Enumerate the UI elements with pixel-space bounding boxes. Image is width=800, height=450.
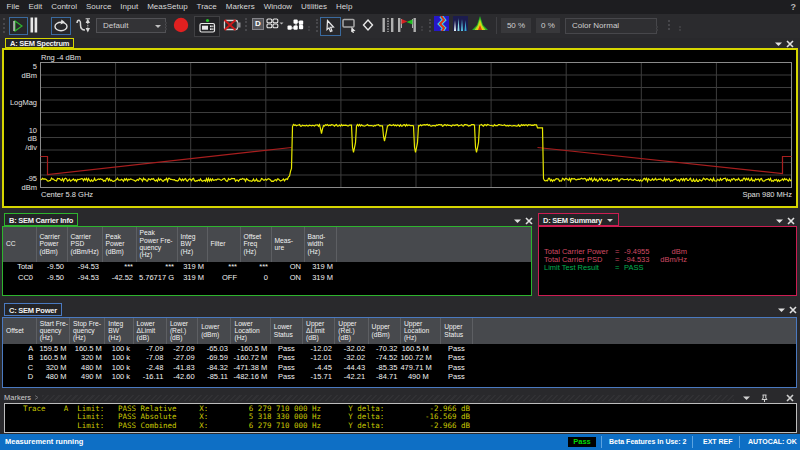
column-header[interactable]: Upper ΔLimit (dB) <box>303 318 335 344</box>
column-header[interactable]: CC <box>3 227 36 262</box>
record-button[interactable] <box>173 17 189 37</box>
table-row[interactable]: B160.5 M320 M100 k-7.08-27.09-69.59-160.… <box>3 353 796 363</box>
summary-window-tab[interactable]: D: SEM Summary <box>538 213 619 226</box>
single-sweep-button[interactable] <box>74 17 94 38</box>
spectrum-plot-area[interactable]: Rng -4 dBm 5 dBm LogMag 10 dB /div -95 d… <box>2 48 798 209</box>
column-header[interactable]: Carrier PSD (dBm/Hz) <box>67 227 102 262</box>
column-header[interactable]: Lower (dBm) <box>198 318 231 344</box>
markers-panel-titlebar[interactable]: Markers <box>0 392 800 402</box>
select-cursor-button[interactable] <box>320 17 341 36</box>
column-header[interactable] <box>472 318 796 344</box>
chevron-down-icon[interactable] <box>742 395 751 401</box>
menu-file[interactable]: File <box>2 0 24 14</box>
pin-icon[interactable] <box>761 394 768 402</box>
spectrogram-button[interactable] <box>434 16 449 35</box>
y-axis-top-label: 5 <box>4 63 37 71</box>
close-icon[interactable] <box>787 217 795 225</box>
menu-edit[interactable]: Edit <box>24 0 47 14</box>
spectrum-window-tab[interactable]: A: SEM Spectrum <box>5 38 74 49</box>
menu-help[interactable]: Help <box>331 0 356 14</box>
column-header[interactable]: Filter <box>207 227 240 262</box>
close-icon[interactable] <box>525 217 533 225</box>
column-header[interactable]: Stop Fre- quency (Hz) <box>70 318 105 344</box>
status-autocal[interactable]: AUTOCAL: OK <box>748 434 797 450</box>
center-frequency-label: Center 5.8 GHz <box>41 191 93 199</box>
digital-demod-icon[interactable]: D <box>252 18 264 30</box>
color-dropdown[interactable]: Color Normal <box>565 18 657 34</box>
cell: -9.50 <box>36 262 67 273</box>
history-percent-field[interactable]: 50 % <box>501 18 531 33</box>
table-row[interactable]: D480 M490 M100 k-16.11-42.60-85.11-482.1… <box>3 372 796 382</box>
help-icon[interactable]: ? <box>791 0 797 14</box>
close-icon[interactable] <box>789 306 797 314</box>
pause-button[interactable] <box>30 17 38 37</box>
chevron-down-icon[interactable] <box>777 307 786 313</box>
restart-icon <box>10 18 27 34</box>
zoom-select-button[interactable] <box>342 18 358 37</box>
column-header[interactable]: Upper Status <box>441 318 472 344</box>
cell: ON <box>271 262 304 273</box>
player-stop-button[interactable] <box>222 17 242 37</box>
cell <box>472 353 796 363</box>
band-power-button[interactable] <box>381 17 395 37</box>
column-header[interactable]: Meas- ure <box>271 227 304 262</box>
close-icon[interactable] <box>786 394 794 402</box>
cell: *** <box>136 262 177 273</box>
table-row[interactable]: A159.5 M160.5 M100 k-7.09-27.09-65.03-16… <box>3 344 796 354</box>
menu-window[interactable]: Window <box>259 0 296 14</box>
chevron-down-icon[interactable] <box>513 218 522 224</box>
column-header[interactable] <box>336 227 531 262</box>
band-marker-button[interactable] <box>397 17 417 37</box>
status-beta-features[interactable]: Beta Features In Use: 2 <box>609 434 686 450</box>
close-icon[interactable] <box>786 40 794 48</box>
record-icon <box>173 17 189 33</box>
column-header[interactable]: Carrier Power (dBm) <box>36 227 67 262</box>
restart-button[interactable] <box>9 17 28 35</box>
table-row[interactable]: Total-9.50-94.53******319 M******ON319 M <box>3 262 531 273</box>
cumulative-history-button[interactable] <box>472 16 488 35</box>
power-window-tab[interactable]: C: SEM Power <box>4 303 62 316</box>
column-header[interactable]: Band- width (Hz) <box>304 227 336 262</box>
menu-utilities[interactable]: Utilities <box>297 0 332 14</box>
column-header[interactable]: Integ BW (Hz) <box>105 318 133 344</box>
column-header[interactable]: Lower (Rel.) (dB) <box>166 318 197 344</box>
column-header[interactable]: Peak Power Fre- quency (Hz) <box>136 227 177 262</box>
column-header[interactable]: Peak Power (dBm) <box>102 227 136 262</box>
column-header[interactable]: Integ BW (Hz) <box>177 227 207 262</box>
trace-percent-field[interactable]: 0 % <box>536 18 560 33</box>
density-button[interactable] <box>453 16 468 35</box>
continuous-button[interactable] <box>51 17 71 35</box>
cell <box>336 262 531 273</box>
status-ext-ref[interactable]: EXT REF <box>703 434 733 450</box>
column-header[interactable]: Offset <box>3 318 36 344</box>
chevron-down-icon[interactable] <box>775 218 784 224</box>
column-header[interactable]: Upper Location (Hz) <box>400 318 440 344</box>
chevron-down-icon[interactable] <box>774 41 783 47</box>
carrier-info-window-tab[interactable]: B: SEM Carrier Info <box>4 213 78 226</box>
menu-markers[interactable]: Markers <box>221 0 259 14</box>
player-button[interactable] <box>194 16 220 37</box>
span-label: Span 980 MHz <box>742 191 792 199</box>
menu-source[interactable]: Source <box>81 0 115 14</box>
carrier-info-table[interactable]: CCCarrier Power (dBm)Carrier PSD (dBm/Hz… <box>3 227 531 283</box>
menu-meassetup[interactable]: MeasSetup <box>143 0 192 14</box>
preset-dropdown[interactable]: Default <box>96 18 166 33</box>
menu-input[interactable]: Input <box>116 0 143 14</box>
markers-readout: Trace A Limit: PASS Relative X: 6 279 71… <box>4 403 797 434</box>
column-header[interactable]: Lower Location (Hz) <box>231 318 270 344</box>
cell: -69.59 <box>198 353 231 363</box>
power-table[interactable]: OffsetStart Fre- quency (Hz)Stop Fre- qu… <box>3 318 796 382</box>
column-header[interactable]: Lower ΔLimit (dB) <box>133 318 166 344</box>
marker-diamond-button[interactable] <box>361 18 376 36</box>
column-header[interactable]: Lower Status <box>270 318 302 344</box>
column-header[interactable]: Upper (Rel.) (dB) <box>335 318 368 344</box>
table-row[interactable]: C320 M480 M100 k-2.48-41.83-84.32-471.38… <box>3 363 796 373</box>
column-header[interactable]: Start Fre- quency (Hz) <box>36 318 69 344</box>
trace-data-button[interactable] <box>287 18 304 36</box>
table-row[interactable]: CC0-9.50-94.53-42.525.76717 G319 MOFF0ON… <box>3 272 531 283</box>
window-layout-button[interactable] <box>266 18 288 36</box>
menu-control[interactable]: Control <box>47 0 82 14</box>
menu-trace[interactable]: Trace <box>192 0 221 14</box>
column-header[interactable]: Offset Freq (Hz) <box>240 227 271 262</box>
column-header[interactable]: Upper (dBm) <box>368 318 400 344</box>
